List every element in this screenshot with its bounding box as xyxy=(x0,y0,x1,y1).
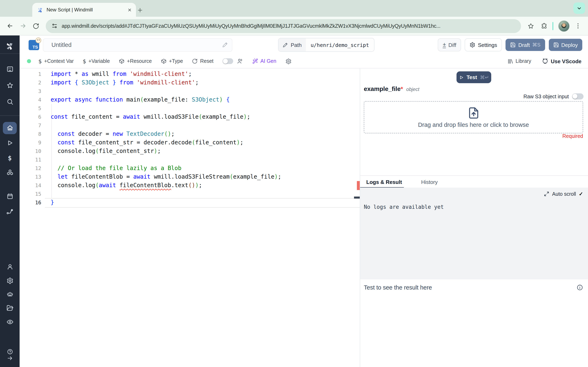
sidebar-item-folders[interactable] xyxy=(0,305,20,312)
argument-name: example_file* xyxy=(364,85,403,92)
screen: New Script | Windmill app.windmill.dev/s… xyxy=(0,0,588,367)
sidebar-item-apps[interactable] xyxy=(0,66,20,73)
library-button[interactable]: Library xyxy=(507,58,531,64)
draft-label: Draft xyxy=(518,42,530,48)
line-number: 14 xyxy=(20,181,41,189)
windmill-logo[interactable] xyxy=(0,42,20,50)
code-line[interactable]: 5 xyxy=(20,104,360,112)
test-button[interactable]: Test ⌘↵ xyxy=(457,71,491,83)
people-icon[interactable] xyxy=(237,58,243,64)
sidebar-item-workers[interactable] xyxy=(0,291,20,298)
sidebar-item-flows[interactable] xyxy=(0,208,20,215)
argument-type: object xyxy=(406,86,419,92)
add-resource-button[interactable]: +Resource xyxy=(119,58,152,64)
sidebar-item-runs[interactable] xyxy=(0,140,20,146)
code-line[interactable]: 11 xyxy=(20,155,360,164)
site-settings-icon[interactable] xyxy=(52,23,58,29)
auto-scroll-label: Auto scroll xyxy=(552,191,576,197)
back-button[interactable] xyxy=(4,20,16,32)
reload-button[interactable] xyxy=(30,20,42,32)
code-line[interactable]: 13 let fileContentBlob = await wmill.loa… xyxy=(20,172,360,181)
logs-panel: Auto scroll ✓ No logs are available yet xyxy=(360,188,588,279)
diff-label: Diff xyxy=(448,42,456,48)
folder-open-icon xyxy=(6,305,13,312)
required-star: * xyxy=(401,85,403,92)
raw-s3-toggle[interactable] xyxy=(572,93,584,100)
sidebar-item-schedules[interactable] xyxy=(0,193,20,200)
sidebar-item-variables[interactable]: $ xyxy=(0,154,20,162)
bookmark-star-button[interactable] xyxy=(525,20,536,32)
editor-settings-button[interactable] xyxy=(285,58,291,64)
code-line[interactable]: 8 const decoder = new TextDecoder(); xyxy=(20,129,360,138)
code-line[interactable]: 15 xyxy=(20,189,360,198)
tab-history[interactable]: History xyxy=(421,179,438,185)
line-number: 2 xyxy=(20,78,41,87)
code-line[interactable]: 1import * as wmill from 'windmill-client… xyxy=(20,69,360,78)
raw-s3-label: Raw S3 object input xyxy=(523,94,569,99)
new-tab-button[interactable] xyxy=(137,6,143,14)
sidebar-item-audit-logs[interactable] xyxy=(0,318,20,325)
no-logs-message: No logs are available yet xyxy=(364,204,444,210)
window-chevron-button[interactable] xyxy=(573,2,585,14)
code-line[interactable]: 7 xyxy=(20,121,360,129)
save-icon xyxy=(510,42,516,48)
code-line[interactable]: 4export async function main(example_file… xyxy=(20,95,360,104)
collab-toggle[interactable] xyxy=(223,58,233,64)
sidebar-item-home[interactable] xyxy=(0,124,20,131)
vscode-cat-icon xyxy=(542,58,548,64)
add-variable-button[interactable]: $ +Variable xyxy=(83,58,110,64)
code-line[interactable]: 16} xyxy=(20,198,360,207)
path-group[interactable]: Path u/henri/demo_script xyxy=(278,38,374,52)
code-editor[interactable]: 1import * as wmill from 'windmill-client… xyxy=(20,68,360,367)
ai-gen-label: AI Gen xyxy=(260,58,277,64)
check-icon: ✓ xyxy=(579,191,583,197)
sidebar-item-resources[interactable] xyxy=(0,169,20,176)
address-bar[interactable]: app.windmill.dev/scripts/add#JTdCJTIyaGF… xyxy=(46,19,521,33)
info-icon[interactable] xyxy=(577,284,583,291)
browser-tab[interactable]: New Script | Windmill xyxy=(32,3,136,17)
path-value: u/henri/demo_script xyxy=(306,38,374,51)
settings-button[interactable]: Settings xyxy=(465,38,502,51)
ai-gen-button[interactable]: AI Gen xyxy=(252,58,277,64)
profile-avatar[interactable] xyxy=(558,20,570,32)
deploy-button[interactable]: Deploy xyxy=(549,39,582,51)
context-var-label: +Context Var xyxy=(44,58,74,64)
code-line[interactable]: 10 console.log(file_content_str); xyxy=(20,147,360,155)
expand-icon[interactable] xyxy=(544,191,549,197)
diff-button[interactable]: ± Diff xyxy=(438,38,461,51)
result-placeholder-row: Test to see the result here xyxy=(360,279,588,296)
path-edit-button[interactable]: Path xyxy=(278,38,306,51)
code-line[interactable]: 3 xyxy=(20,87,360,95)
script-title-input[interactable]: Untitled xyxy=(43,38,232,52)
code-line[interactable]: 14 console.log(await fileContentBlob.tex… xyxy=(20,181,360,189)
line-number: 5 xyxy=(20,104,41,112)
workspace: 1import * as wmill from 'windmill-client… xyxy=(20,68,588,367)
browser-menu-icon[interactable] xyxy=(575,22,581,29)
tab-close-icon[interactable] xyxy=(127,8,132,12)
code-line[interactable]: 9 const file_content_str = decoder.decod… xyxy=(20,138,360,147)
sidebar-item-favorites[interactable] xyxy=(0,82,20,89)
sidebar-expand-button[interactable] xyxy=(0,355,20,361)
editor-scrollbar-thumb[interactable] xyxy=(354,197,360,199)
file-dropzone[interactable]: Drag and drop files here or click to bro… xyxy=(364,101,583,133)
edit-pencil-icon[interactable] xyxy=(222,42,228,48)
library-label: Library xyxy=(516,58,531,64)
sidebar-item-users[interactable] xyxy=(0,263,20,270)
extensions-icon[interactable] xyxy=(541,22,548,29)
add-type-button[interactable]: +Type xyxy=(161,58,183,64)
auto-scroll-control[interactable]: Auto scroll ✓ xyxy=(544,191,583,197)
reset-button[interactable]: Reset xyxy=(192,58,213,64)
sidebar-item-settings[interactable] xyxy=(0,277,20,284)
sidebar-item-search[interactable] xyxy=(0,98,20,105)
code-line[interactable]: 2import { S3Object } from 'windmill-clie… xyxy=(20,78,360,87)
gear-icon xyxy=(470,42,476,48)
tab-logs-result[interactable]: Logs & Result xyxy=(366,179,402,185)
add-context-var-button[interactable]: $ +Context Var xyxy=(38,58,74,64)
draft-button[interactable]: Draft ⌘S xyxy=(506,39,545,51)
use-vscode-button[interactable]: Use VScode xyxy=(542,58,581,64)
sidebar-item-help[interactable] xyxy=(0,349,20,355)
script-toolbar: $ +Context Var $ +Variable +Resource +Ty… xyxy=(20,54,588,68)
code-line[interactable]: 12 // Or load the file lazily as a Blob xyxy=(20,164,360,172)
code-line[interactable]: 6const file_content = await wmill.loadS3… xyxy=(20,112,360,121)
forward-button[interactable] xyxy=(17,20,29,32)
